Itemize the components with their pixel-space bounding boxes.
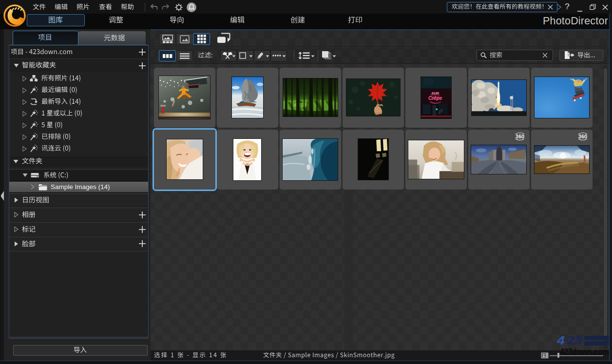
svg-text:360: 360: [578, 134, 587, 139]
svg-text:SUR: SUR: [431, 91, 439, 96]
svg-text:360: 360: [516, 134, 524, 139]
svg-text:Crêpe: Crêpe: [428, 96, 442, 101]
